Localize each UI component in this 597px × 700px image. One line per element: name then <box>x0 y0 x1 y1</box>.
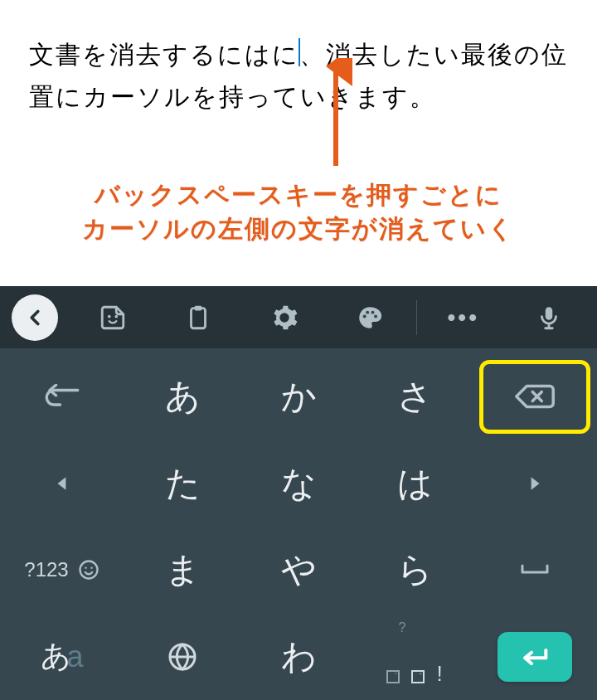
keyboard-toolbar: ••• <box>0 286 597 348</box>
key-na[interactable]: な <box>240 440 357 527</box>
key-ka[interactable]: か <box>240 353 357 440</box>
key-punctuation[interactable]: ? ゜ ゛ ! <box>357 614 473 701</box>
handakuten-icon: ゜ <box>386 670 400 683</box>
soft-keyboard: ••• あ か さ た な は <box>0 286 597 700</box>
svg-point-11 <box>85 566 86 568</box>
document-text[interactable]: 文書を消去するにはに、消去したい最後の位置にカーソルを持っていきます。 <box>29 33 568 118</box>
key-ya[interactable]: や <box>240 527 357 614</box>
key-space[interactable] <box>473 527 597 614</box>
key-language[interactable] <box>124 614 240 701</box>
chevron-left-icon <box>22 305 47 330</box>
triangle-left-icon <box>53 474 71 493</box>
key-wa[interactable]: わ <box>240 614 357 701</box>
keyboard-key-grid: あ か さ た な は ?123 <box>0 348 597 700</box>
dakuten-icon: ゛ <box>411 670 425 683</box>
annotation-text: バックスペースキーを押すごとに カーソルの左側の文字が消えていく <box>0 178 597 245</box>
key-sa[interactable]: さ <box>357 353 473 440</box>
svg-point-7 <box>371 310 375 314</box>
key-backspace[interactable] <box>473 353 597 440</box>
key-ra[interactable]: ら <box>357 527 473 614</box>
toolbar-more-button[interactable]: ••• <box>420 286 507 348</box>
text-editor-area[interactable]: 文書を消去するにはに、消去したい最後の位置にカーソルを持っていきます。 バックス… <box>0 0 597 286</box>
text-before-cursor: 文書を消去するにはに <box>29 41 299 68</box>
toolbar-palette-button[interactable] <box>328 286 414 348</box>
key-cursor-right[interactable] <box>473 440 597 527</box>
svg-point-10 <box>80 561 97 578</box>
svg-point-1 <box>108 314 111 318</box>
svg-rect-9 <box>546 307 553 320</box>
annotation-line1: バックスペースキーを押すごとに <box>0 178 597 212</box>
key-ma[interactable]: ま <box>124 527 240 614</box>
more-icon: ••• <box>448 304 479 331</box>
toolbar-clipboard-button[interactable] <box>156 286 242 348</box>
reverse-icon <box>41 384 83 409</box>
svg-rect-4 <box>195 305 202 310</box>
svg-point-12 <box>90 566 92 568</box>
toolbar-settings-button[interactable] <box>241 286 328 348</box>
svg-point-2 <box>114 314 118 318</box>
clipboard-icon <box>184 304 212 332</box>
svg-point-6 <box>366 310 369 314</box>
toolbar-divider <box>416 300 417 335</box>
gear-icon <box>270 304 298 332</box>
enter-icon <box>518 645 551 668</box>
key-a[interactable]: あ <box>124 353 240 440</box>
key-reverse[interactable] <box>0 353 124 440</box>
key-layout-switch[interactable]: あa <box>0 614 124 701</box>
key-enter[interactable] <box>473 614 597 701</box>
punct-exclaim: ! <box>436 661 442 687</box>
space-icon <box>518 553 551 586</box>
annotation-line2: カーソルの左側の文字が消えていく <box>0 212 597 246</box>
svg-rect-3 <box>192 308 206 328</box>
emoji-icon <box>77 552 100 589</box>
key-ta[interactable]: た <box>124 440 240 527</box>
globe-icon <box>166 640 199 673</box>
key-ha[interactable]: は <box>357 440 473 527</box>
key-cursor-left[interactable] <box>0 440 124 527</box>
mic-icon <box>535 304 563 332</box>
svg-point-5 <box>363 314 366 318</box>
toolbar-sticker-button[interactable] <box>70 286 156 348</box>
layout-en-label: a <box>66 639 83 674</box>
triangle-right-icon <box>526 474 544 493</box>
punct-upper-left: ? <box>399 620 406 635</box>
svg-point-8 <box>374 314 377 318</box>
sticker-icon <box>99 304 127 332</box>
toolbar-mic-button[interactable] <box>507 286 593 348</box>
key-numbers-emoji[interactable]: ?123 <box>0 527 124 614</box>
numbers-label: ?123 <box>24 558 68 581</box>
backspace-icon <box>514 382 556 411</box>
palette-icon <box>356 304 384 332</box>
toolbar-back-button[interactable] <box>12 294 58 341</box>
